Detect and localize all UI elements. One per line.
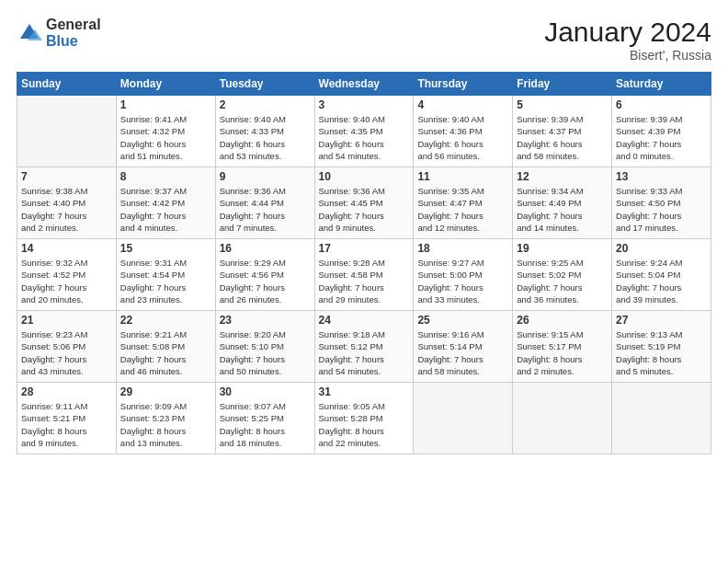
day-info: Sunrise: 9:39 AM Sunset: 4:37 PM Dayligh… — [517, 113, 608, 162]
day-info: Sunrise: 9:37 AM Sunset: 4:42 PM Dayligh… — [120, 185, 211, 234]
day-number: 28 — [21, 385, 112, 398]
day-number: 20 — [616, 242, 707, 255]
logo-icon — [17, 20, 42, 46]
calendar-cell: 15Sunrise: 9:31 AM Sunset: 4:54 PM Dayli… — [116, 239, 215, 311]
day-number: 24 — [319, 314, 410, 327]
day-number: 11 — [417, 170, 508, 183]
calendar-week-row: 21Sunrise: 9:23 AM Sunset: 5:06 PM Dayli… — [17, 311, 711, 383]
day-number: 12 — [517, 170, 608, 183]
day-info: Sunrise: 9:39 AM Sunset: 4:39 PM Dayligh… — [616, 113, 707, 162]
calendar-cell: 8Sunrise: 9:37 AM Sunset: 4:42 PM Daylig… — [116, 167, 215, 239]
day-info: Sunrise: 9:41 AM Sunset: 4:32 PM Dayligh… — [120, 113, 211, 162]
calendar-cell — [414, 383, 513, 454]
day-info: Sunrise: 9:23 AM Sunset: 5:06 PM Dayligh… — [21, 328, 112, 377]
logo-general: General — [46, 17, 101, 33]
day-info: Sunrise: 9:09 AM Sunset: 5:23 PM Dayligh… — [120, 400, 211, 449]
logo-blue: Blue — [46, 33, 101, 50]
day-info: Sunrise: 9:36 AM Sunset: 4:45 PM Dayligh… — [319, 185, 410, 234]
weekday-header: Saturday — [612, 73, 711, 96]
calendar-week-row: 14Sunrise: 9:32 AM Sunset: 4:52 PM Dayli… — [17, 239, 711, 311]
weekday-header: Friday — [513, 73, 612, 96]
day-number: 29 — [120, 385, 211, 398]
day-info: Sunrise: 9:13 AM Sunset: 5:19 PM Dayligh… — [616, 328, 707, 377]
day-info: Sunrise: 9:11 AM Sunset: 5:21 PM Dayligh… — [21, 400, 112, 449]
day-number: 14 — [21, 242, 112, 255]
calendar-cell: 24Sunrise: 9:18 AM Sunset: 5:12 PM Dayli… — [314, 311, 414, 383]
day-info: Sunrise: 9:38 AM Sunset: 4:40 PM Dayligh… — [21, 185, 112, 234]
weekday-header-row: SundayMondayTuesdayWednesdayThursdayFrid… — [17, 73, 711, 96]
day-number: 1 — [120, 98, 211, 111]
day-info: Sunrise: 9:34 AM Sunset: 4:49 PM Dayligh… — [517, 185, 608, 234]
day-number: 6 — [616, 98, 707, 111]
day-info: Sunrise: 9:36 AM Sunset: 4:44 PM Dayligh… — [220, 185, 311, 234]
calendar-cell: 5Sunrise: 9:39 AM Sunset: 4:37 PM Daylig… — [513, 96, 612, 167]
calendar-cell: 31Sunrise: 9:05 AM Sunset: 5:28 PM Dayli… — [314, 383, 414, 454]
calendar-cell: 29Sunrise: 9:09 AM Sunset: 5:23 PM Dayli… — [116, 383, 215, 454]
calendar-cell: 12Sunrise: 9:34 AM Sunset: 4:49 PM Dayli… — [513, 167, 612, 239]
calendar-cell: 6Sunrise: 9:39 AM Sunset: 4:39 PM Daylig… — [612, 96, 711, 167]
calendar-week-row: 7Sunrise: 9:38 AM Sunset: 4:40 PM Daylig… — [17, 167, 711, 239]
day-info: Sunrise: 9:15 AM Sunset: 5:17 PM Dayligh… — [517, 328, 608, 377]
day-number: 7 — [21, 170, 112, 183]
day-info: Sunrise: 9:24 AM Sunset: 5:04 PM Dayligh… — [616, 257, 707, 305]
day-number: 23 — [220, 314, 311, 327]
calendar-cell: 17Sunrise: 9:28 AM Sunset: 4:58 PM Dayli… — [314, 239, 414, 311]
weekday-header: Thursday — [414, 73, 513, 96]
day-number: 15 — [120, 242, 211, 255]
logo-text: General Blue — [46, 17, 101, 49]
day-info: Sunrise: 9:31 AM Sunset: 4:54 PM Dayligh… — [120, 257, 211, 305]
day-number: 19 — [517, 242, 608, 255]
calendar-cell: 2Sunrise: 9:40 AM Sunset: 4:33 PM Daylig… — [215, 96, 314, 167]
calendar-cell: 19Sunrise: 9:25 AM Sunset: 5:02 PM Dayli… — [513, 239, 612, 311]
calendar-table: SundayMondayTuesdayWednesdayThursdayFrid… — [17, 72, 711, 454]
calendar-subtitle: Bisert', Russia — [544, 48, 711, 63]
calendar-cell: 10Sunrise: 9:36 AM Sunset: 4:45 PM Dayli… — [314, 167, 414, 239]
calendar-cell: 9Sunrise: 9:36 AM Sunset: 4:44 PM Daylig… — [215, 167, 314, 239]
day-info: Sunrise: 9:40 AM Sunset: 4:36 PM Dayligh… — [417, 113, 508, 162]
day-info: Sunrise: 9:05 AM Sunset: 5:28 PM Dayligh… — [319, 400, 410, 449]
day-info: Sunrise: 9:20 AM Sunset: 5:10 PM Dayligh… — [220, 328, 311, 377]
day-number: 13 — [616, 170, 707, 183]
day-number: 30 — [220, 385, 311, 398]
calendar-cell: 23Sunrise: 9:20 AM Sunset: 5:10 PM Dayli… — [215, 311, 314, 383]
day-number: 5 — [517, 98, 608, 111]
logo: General Blue — [17, 17, 101, 49]
day-info: Sunrise: 9:32 AM Sunset: 4:52 PM Dayligh… — [21, 257, 112, 305]
title-block: January 2024 Bisert', Russia — [544, 17, 711, 63]
day-info: Sunrise: 9:27 AM Sunset: 5:00 PM Dayligh… — [417, 257, 508, 305]
day-number: 31 — [319, 385, 410, 398]
day-number: 16 — [220, 242, 311, 255]
day-number: 21 — [21, 314, 112, 327]
page: General Blue January 2024 Bisert', Russi… — [0, 0, 728, 563]
day-info: Sunrise: 9:40 AM Sunset: 4:33 PM Dayligh… — [220, 113, 311, 162]
calendar-cell: 25Sunrise: 9:16 AM Sunset: 5:14 PM Dayli… — [414, 311, 513, 383]
weekday-header: Monday — [116, 73, 215, 96]
day-info: Sunrise: 9:28 AM Sunset: 4:58 PM Dayligh… — [319, 257, 410, 305]
calendar-cell: 3Sunrise: 9:40 AM Sunset: 4:35 PM Daylig… — [314, 96, 414, 167]
day-info: Sunrise: 9:18 AM Sunset: 5:12 PM Dayligh… — [319, 328, 410, 377]
calendar-cell: 11Sunrise: 9:35 AM Sunset: 4:47 PM Dayli… — [414, 167, 513, 239]
day-number: 10 — [319, 170, 410, 183]
calendar-cell: 22Sunrise: 9:21 AM Sunset: 5:08 PM Dayli… — [116, 311, 215, 383]
day-info: Sunrise: 9:21 AM Sunset: 5:08 PM Dayligh… — [120, 328, 211, 377]
day-info: Sunrise: 9:35 AM Sunset: 4:47 PM Dayligh… — [417, 185, 508, 234]
calendar-cell: 1Sunrise: 9:41 AM Sunset: 4:32 PM Daylig… — [116, 96, 215, 167]
calendar-cell: 27Sunrise: 9:13 AM Sunset: 5:19 PM Dayli… — [612, 311, 711, 383]
day-number: 18 — [417, 242, 508, 255]
calendar-week-row: 1Sunrise: 9:41 AM Sunset: 4:32 PM Daylig… — [17, 96, 711, 167]
day-number: 2 — [220, 98, 311, 111]
weekday-header: Wednesday — [314, 73, 414, 96]
weekday-header: Sunday — [17, 73, 117, 96]
calendar-cell — [17, 96, 117, 167]
header: General Blue January 2024 Bisert', Russi… — [17, 17, 711, 63]
calendar-cell: 28Sunrise: 9:11 AM Sunset: 5:21 PM Dayli… — [17, 383, 117, 454]
calendar-cell: 18Sunrise: 9:27 AM Sunset: 5:00 PM Dayli… — [414, 239, 513, 311]
calendar-cell: 4Sunrise: 9:40 AM Sunset: 4:36 PM Daylig… — [414, 96, 513, 167]
weekday-header: Tuesday — [215, 73, 314, 96]
day-number: 17 — [319, 242, 410, 255]
calendar-cell: 13Sunrise: 9:33 AM Sunset: 4:50 PM Dayli… — [612, 167, 711, 239]
calendar-cell — [513, 383, 612, 454]
calendar-cell: 16Sunrise: 9:29 AM Sunset: 4:56 PM Dayli… — [215, 239, 314, 311]
calendar-cell: 20Sunrise: 9:24 AM Sunset: 5:04 PM Dayli… — [612, 239, 711, 311]
day-info: Sunrise: 9:40 AM Sunset: 4:35 PM Dayligh… — [319, 113, 410, 162]
